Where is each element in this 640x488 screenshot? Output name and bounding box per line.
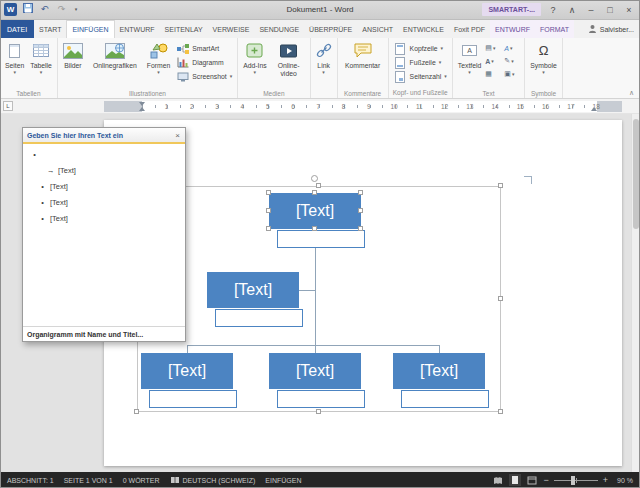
formen-button[interactable]: Formen▾ (145, 39, 172, 89)
tab-stop-selector[interactable]: L (3, 101, 13, 111)
redo-icon[interactable]: ↷ (55, 3, 68, 16)
text-pane-item[interactable]: •[Text] (23, 210, 185, 226)
account-button[interactable]: Salvisber... (582, 20, 640, 38)
org-sub-box[interactable] (215, 309, 303, 327)
org-node-top[interactable]: [Text] (269, 193, 361, 229)
right-indent-marker[interactable] (591, 107, 597, 111)
selection-handle[interactable] (134, 409, 139, 414)
org-sub-box[interactable] (401, 390, 489, 408)
word-count[interactable]: 0 WÖRTER (123, 477, 160, 484)
tab-ueberpruefen[interactable]: ÜBERPRÜFE (304, 20, 357, 38)
screenshot-button[interactable]: Screenshot▾ (174, 70, 234, 83)
zoom-out-button[interactable]: − (543, 476, 548, 485)
shape-handle[interactable] (312, 190, 317, 195)
tab-einfuegen[interactable]: EINFÜGEN (66, 20, 114, 38)
scrollbar-thumb[interactable] (633, 119, 639, 229)
text-pane-item[interactable]: •[Text] (23, 178, 185, 194)
tab-entwurf[interactable]: ENTWURF (115, 20, 160, 38)
org-node-child-2[interactable]: [Text] (269, 353, 361, 389)
page-indicator[interactable]: SEITE 1 VON 1 (64, 477, 113, 484)
vertical-scrollbar[interactable] (631, 114, 640, 472)
tab-foxit-pdf[interactable]: Foxit PDF (449, 20, 490, 38)
kopfzeile-button[interactable]: Kopfzeile▾ (392, 42, 449, 55)
save-icon[interactable] (21, 3, 34, 17)
org-node-assistant[interactable]: [Text] (207, 272, 299, 308)
seiten-button[interactable]: Seiten▾ (3, 39, 26, 89)
language-indicator[interactable]: DEUTSCH (SCHWEIZ) (170, 476, 256, 485)
tab-ansicht[interactable]: ANSICHT (357, 20, 398, 38)
tabelle-button[interactable]: Tabelle▾ (28, 39, 54, 89)
collapse-ribbon-icon[interactable]: ∧ (629, 89, 634, 97)
org-sub-box[interactable] (277, 230, 365, 248)
shape-handle[interactable] (312, 226, 317, 231)
selection-handle[interactable] (498, 296, 503, 301)
selection-handle[interactable] (498, 409, 503, 414)
ribbon-display-options-button[interactable]: ∧ (565, 5, 579, 15)
tab-seitenlayout[interactable]: SEITENLAY (160, 20, 208, 38)
qat-more-icon[interactable]: ▾ (72, 3, 80, 16)
signature-line-button[interactable]: ✎▾ (504, 55, 521, 67)
tab-smartart-format[interactable]: FORMAT (535, 20, 574, 38)
zoom-level[interactable]: 90 % (613, 477, 633, 484)
first-line-indent-marker[interactable] (139, 102, 145, 106)
onlinegrafiken-button[interactable]: Onlinegrafiken (87, 39, 143, 89)
chart-icon (176, 57, 189, 69)
seitenzahl-button[interactable]: Seitenzahl▾ (392, 70, 449, 83)
horizontal-ruler[interactable]: 123456789101112131415161718 (104, 101, 622, 112)
text-pane-item[interactable]: •[Text] (23, 194, 185, 210)
wordart-button[interactable]: A▾ (504, 42, 521, 54)
shape-handle[interactable] (266, 190, 271, 195)
quick-parts-button[interactable]: ▤▾ (485, 42, 502, 54)
org-sub-box[interactable] (277, 390, 365, 408)
tab-datei[interactable]: DATEI (0, 20, 34, 38)
minimize-button[interactable]: – (584, 5, 598, 15)
tab-sendungen[interactable]: SENDUNGE (254, 20, 304, 38)
org-node-child-3[interactable]: [Text] (393, 353, 485, 389)
close-button[interactable]: × (622, 5, 636, 15)
text-pane-close-icon[interactable]: × (174, 131, 181, 140)
help-button[interactable]: ? (546, 5, 560, 15)
selection-handle[interactable] (498, 183, 503, 188)
selection-handle[interactable] (316, 409, 321, 414)
object-button[interactable]: ▣▾ (504, 68, 521, 80)
smartart-button[interactable]: SmartArt (174, 42, 234, 55)
tab-entwicklertools[interactable]: ENTWICKLE (398, 20, 449, 38)
diagramm-button[interactable]: Diagramm (174, 56, 234, 69)
shape-handle[interactable] (358, 226, 363, 231)
org-sub-box[interactable] (149, 390, 237, 408)
section-indicator[interactable]: ABSCHNITT: 1 (7, 477, 54, 484)
addins-button[interactable]: Add-Ins▾ (241, 39, 268, 89)
undo-icon[interactable]: ↶ (38, 3, 51, 16)
print-layout-button[interactable] (509, 474, 521, 486)
zoom-slider[interactable] (554, 480, 598, 481)
symbole-button[interactable]: Ω Symbole▾ (528, 39, 558, 89)
smartart-text-pane[interactable]: Geben Sie hier Ihren Text ein × • →[Text… (22, 127, 186, 342)
web-layout-button[interactable] (526, 474, 538, 486)
textfeld-button[interactable]: A Textfeld▾ (456, 39, 483, 89)
restore-button[interactable]: □ (603, 5, 617, 15)
tab-verweise[interactable]: VERWEISE (208, 20, 255, 38)
shape-handle[interactable] (358, 190, 363, 195)
tab-start[interactable]: START (34, 20, 66, 38)
link-button[interactable]: Link▾ (314, 39, 334, 89)
rotate-handle[interactable] (311, 175, 318, 182)
fusszeile-button[interactable]: Fußzeile▾ (392, 56, 449, 69)
text-pane-item[interactable]: →[Text] (23, 162, 185, 178)
text-pane-item[interactable]: • (23, 146, 185, 162)
shape-handle[interactable] (266, 226, 271, 231)
shape-handle[interactable] (358, 208, 363, 213)
bilder-button[interactable]: Bilder (61, 39, 85, 89)
zoom-slider-thumb[interactable] (571, 476, 575, 485)
insert-mode-indicator[interactable]: EINFÜGEN (265, 477, 301, 484)
read-mode-button[interactable] (492, 474, 504, 486)
org-node-child-1[interactable]: [Text] (141, 353, 233, 389)
shape-handle[interactable] (266, 208, 271, 213)
kommentar-button[interactable]: Kommentar (341, 39, 385, 89)
hanging-indent-marker[interactable] (139, 107, 145, 111)
drop-cap-button[interactable]: A▾ (485, 55, 502, 67)
tab-smartart-entwurf[interactable]: ENTWURF (490, 20, 535, 38)
selection-handle[interactable] (316, 183, 321, 188)
date-time-button[interactable]: ▦ (485, 68, 502, 80)
zoom-in-button[interactable]: + (603, 476, 608, 485)
onlinevideo-button[interactable]: Online-video (271, 39, 307, 89)
